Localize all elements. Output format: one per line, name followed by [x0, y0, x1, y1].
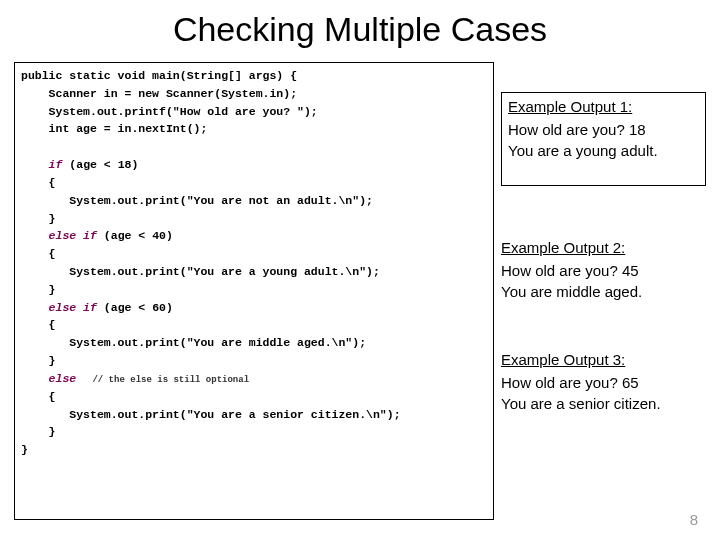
code-line: }: [21, 425, 56, 438]
code-block: public static void main(String[] args) {…: [14, 62, 494, 520]
code-line: System.out.printf("How old are you? ");: [21, 105, 318, 118]
code-comment: // the else is still optional: [76, 375, 249, 385]
code-line: {: [21, 247, 56, 260]
code-keyword: if: [21, 158, 62, 171]
code-line: }: [21, 212, 56, 225]
code-line: public static void main(String[] args) {: [21, 69, 297, 82]
example-output-3: Example Output 3: How old are you? 65 Yo…: [501, 350, 706, 414]
code-line: System.out.print("You are middle aged.\n…: [21, 336, 366, 349]
example-line: You are middle aged.: [501, 282, 706, 302]
example-line: How old are you? 65: [501, 373, 706, 393]
example-line: You are a young adult.: [508, 141, 699, 161]
example-line: How old are you? 45: [501, 261, 706, 281]
code-keyword: else if: [21, 301, 97, 314]
code-line: (age < 40): [97, 229, 173, 242]
code-keyword: else: [21, 372, 76, 385]
code-line: (age < 60): [97, 301, 173, 314]
code-line: {: [21, 176, 56, 189]
page-number: 8: [690, 511, 698, 528]
code-line: System.out.print("You are a young adult.…: [21, 265, 380, 278]
code-line: {: [21, 390, 56, 403]
example-line: How old are you? 18: [508, 120, 699, 140]
code-line: int age = in.nextInt();: [21, 122, 207, 135]
example-line: You are a senior citizen.: [501, 394, 706, 414]
code-line: System.out.print("You are not an adult.\…: [21, 194, 373, 207]
code-line: }: [21, 283, 56, 296]
code-keyword: else if: [21, 229, 97, 242]
code-line: Scanner in = new Scanner(System.in);: [21, 87, 297, 100]
code-line: {: [21, 318, 56, 331]
example-output-2: Example Output 2: How old are you? 45 Yo…: [501, 238, 706, 302]
example-label: Example Output 2:: [501, 238, 706, 258]
code-line: }: [21, 354, 56, 367]
example-label: Example Output 1:: [508, 97, 699, 117]
example-output-1: Example Output 1: How old are you? 18 Yo…: [501, 92, 706, 186]
slide-title: Checking Multiple Cases: [0, 0, 720, 57]
code-line: (age < 18): [62, 158, 138, 171]
code-line: }: [21, 443, 28, 456]
example-label: Example Output 3:: [501, 350, 706, 370]
code-line: System.out.print("You are a senior citiz…: [21, 408, 401, 421]
